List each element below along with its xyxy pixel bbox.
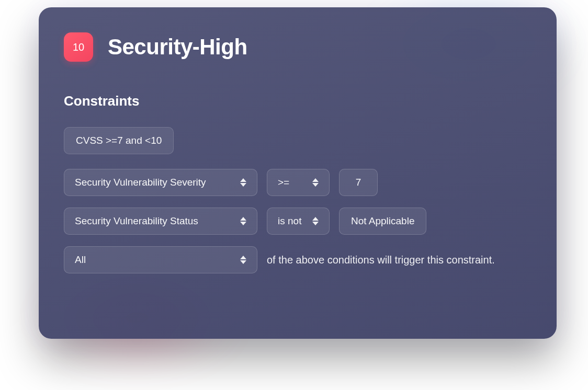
quantifier-select-value: All <box>75 254 86 266</box>
operator-select[interactable]: is not <box>267 208 330 235</box>
quantifier-text: of the above conditions will trigger thi… <box>267 254 495 266</box>
value-text: 7 <box>356 177 361 188</box>
select-arrows-icon <box>240 217 246 225</box>
select-arrows-icon <box>312 217 319 225</box>
field-select[interactable]: Security Vulnerability Status <box>64 208 257 235</box>
card-title: Security-High <box>108 35 247 60</box>
value-input[interactable]: Not Applicable <box>339 208 426 235</box>
field-select-value: Security Vulnerability Severity <box>75 177 206 188</box>
operator-select-value: >= <box>278 177 289 188</box>
field-select-value: Security Vulnerability Status <box>75 215 198 227</box>
select-arrows-icon <box>312 178 319 187</box>
constraint-row: Security Vulnerability Severity >= 7 <box>64 169 532 196</box>
value-input[interactable]: 7 <box>339 169 378 196</box>
constraint-card: 10 Security-High Constraints CVSS >=7 an… <box>39 7 557 339</box>
select-arrows-icon <box>240 256 246 264</box>
value-text: Not Applicable <box>351 215 414 227</box>
score-value: 10 <box>73 41 84 53</box>
card-header: 10 Security-High <box>64 32 532 62</box>
select-arrows-icon <box>240 178 246 187</box>
summary-chip: CVSS >=7 and <10 <box>64 127 174 154</box>
quantifier-row: All of the above conditions will trigger… <box>64 246 532 273</box>
operator-select-value: is not <box>278 215 301 227</box>
constraint-row: Security Vulnerability Status is not Not… <box>64 208 532 235</box>
score-badge: 10 <box>64 32 93 62</box>
quantifier-select[interactable]: All <box>64 246 257 273</box>
field-select[interactable]: Security Vulnerability Severity <box>64 169 257 196</box>
operator-select[interactable]: >= <box>267 169 330 196</box>
constraints-label: Constraints <box>64 93 532 109</box>
